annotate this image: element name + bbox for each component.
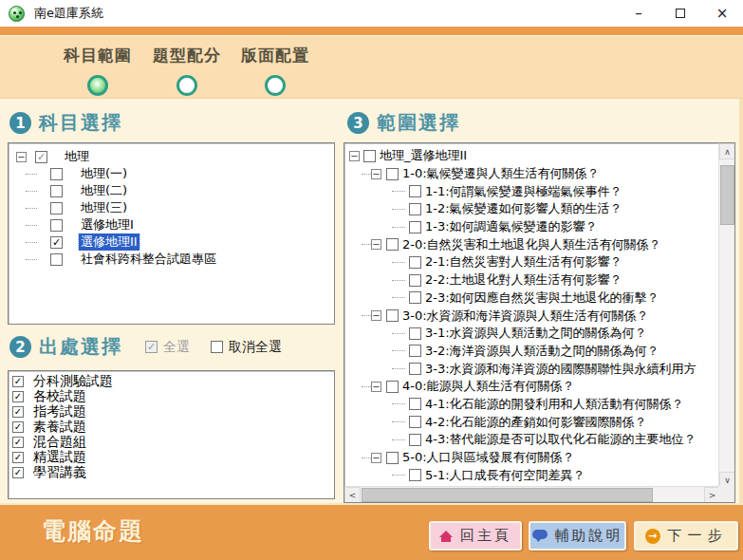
tree-item[interactable]: 地理(二) — [9, 182, 334, 199]
checkbox[interactable] — [409, 185, 421, 197]
checkbox[interactable] — [409, 345, 421, 357]
tree-item[interactable]: −地理_選修地理II — [344, 147, 720, 165]
tree-item-label[interactable]: 地理 — [63, 148, 91, 165]
tree-item[interactable]: −4-0:能源與人類生活有何關係？ — [344, 378, 720, 396]
tree-item[interactable]: 3-1:水資源與人類活動之間的關係為何？ — [344, 325, 720, 343]
tree-item-label[interactable]: 2-0:自然災害和土地退化與人類生活有何關係？ — [400, 236, 663, 253]
tree-item-label[interactable]: 地理(二) — [79, 182, 129, 199]
expand-minus-icon[interactable]: − — [371, 239, 381, 250]
checkbox[interactable] — [409, 291, 421, 304]
expand-minus-icon[interactable]: − — [349, 151, 360, 161]
checkbox[interactable] — [50, 253, 63, 266]
tree-item-label[interactable]: 3-3:水資源和海洋資源的國際關聯性與永續利用方 — [423, 361, 698, 378]
checkbox[interactable] — [409, 469, 421, 481]
close-button[interactable]: × — [701, 0, 743, 27]
scroll-up-button[interactable]: ∧ — [719, 143, 735, 159]
tree-item-label[interactable]: 5-1:人口成長有何空間差異？ — [423, 467, 587, 484]
tree-item-label[interactable]: 4-2:化石能源的產銷如何影響國際關係？ — [423, 414, 649, 431]
source-list-item[interactable]: ✓精選試題 — [9, 450, 334, 465]
tree-item[interactable]: 1-1:何謂氣候變遷與極端氣候事件？ — [344, 182, 720, 200]
tree-item[interactable]: −1-0:氣候變遷與人類生活有何關係？ — [344, 165, 720, 183]
checkbox[interactable] — [409, 327, 421, 340]
tree-item-label[interactable]: 5-0:人口與區域發展有何關係？ — [400, 449, 577, 466]
checkbox[interactable] — [409, 416, 421, 428]
tree-item-label[interactable]: 4-3:替代能源是否可以取代化石能源的主要地位？ — [423, 431, 698, 448]
tree-item[interactable]: −2-0:自然災害和土地退化與人類生活有何關係？ — [344, 235, 720, 253]
tree-item[interactable]: −3-0:水資源和海洋資源與人類生活有何關係？ — [344, 307, 720, 325]
tree-item[interactable]: 選修地理I — [9, 216, 334, 233]
checkbox[interactable] — [409, 274, 421, 287]
source-list-item[interactable]: ✓混合題組 — [9, 435, 334, 450]
checkbox[interactable] — [386, 168, 399, 180]
checkbox[interactable] — [409, 203, 421, 215]
expand-minus-icon[interactable]: − — [371, 310, 381, 321]
tree-item[interactable]: 3-2:海洋資源與人類活動之間的關係為何？ — [344, 343, 720, 361]
tree-item-label[interactable]: 1-2:氣候變遷如何影響人類的生活？ — [423, 200, 624, 217]
tree-item[interactable]: 2-2:土地退化對人類生活有何影響？ — [344, 271, 720, 289]
vertical-scrollbar[interactable]: ∧ ∨ — [718, 143, 734, 488]
tree-item[interactable]: −✓地理 — [9, 148, 334, 165]
checkbox[interactable] — [50, 185, 63, 197]
checkbox[interactable] — [409, 221, 421, 233]
checkbox[interactable] — [386, 309, 399, 322]
checkbox[interactable]: ✓ — [50, 236, 63, 249]
maximize-button[interactable] — [659, 0, 701, 27]
tree-item-label[interactable]: 1-1:何謂氣候變遷與極端氣候事件？ — [423, 183, 624, 200]
checkbox[interactable]: ✓ — [12, 437, 24, 448]
checkbox[interactable] — [386, 238, 399, 251]
tree-item[interactable]: 5-1:人口成長有何空間差異？ — [344, 466, 720, 484]
tree-item[interactable]: 2-1:自然災害對人類生活有何影響？ — [344, 253, 720, 271]
checkbox[interactable] — [386, 381, 399, 393]
tree-item[interactable]: 4-2:化石能源的產銷如何影響國際關係？ — [344, 413, 720, 431]
checkbox[interactable]: ✓ — [12, 391, 24, 402]
tree-item-label[interactable]: 地理(三) — [79, 199, 129, 216]
checkbox[interactable]: ✓ — [12, 376, 24, 387]
checkbox[interactable] — [409, 434, 421, 446]
tree-item[interactable]: 地理(一) — [9, 165, 334, 182]
horizontal-scroll-thumb[interactable] — [362, 488, 653, 502]
tree-item[interactable]: ✓選修地理II — [9, 233, 334, 251]
tree-item-label[interactable]: 3-1:水資源與人類活動之間的關係為何？ — [423, 325, 649, 342]
checkbox[interactable] — [386, 452, 399, 464]
horizontal-scrollbar[interactable]: < > — [344, 486, 720, 502]
step-question-allocation[interactable]: 題型配分 — [145, 45, 229, 96]
source-list-item[interactable]: ✓指考試題 — [9, 404, 334, 420]
vertical-scroll-thumb[interactable] — [720, 165, 734, 225]
deselect-all-checkbox-group[interactable]: 取消全選 — [211, 339, 282, 356]
checkbox[interactable] — [50, 202, 63, 215]
source-list-item[interactable]: ✓各校試題 — [9, 389, 334, 404]
checkbox[interactable] — [363, 150, 376, 162]
tree-item-label[interactable]: 地理_選修地理II — [378, 147, 469, 164]
tree-item-label[interactable]: 4-1:化石能源的開發利用和人類活動有何關係？ — [423, 396, 686, 413]
tree-item[interactable]: 4-1:化石能源的開發利用和人類活動有何關係？ — [344, 396, 720, 414]
next-step-button[interactable]: → 下一步 — [634, 521, 738, 551]
tree-item-label[interactable]: 選修地理I — [79, 216, 136, 233]
expand-minus-icon[interactable]: − — [371, 453, 381, 463]
expand-minus-icon[interactable]: − — [371, 169, 381, 179]
checkbox[interactable]: ✓ — [12, 452, 24, 463]
checkbox[interactable] — [409, 363, 421, 375]
tree-item-label[interactable]: 3-0:水資源和海洋資源與人類生活有何關係？ — [400, 308, 651, 325]
checkbox[interactable] — [50, 168, 63, 180]
tree-item-label[interactable]: 1-0:氣候變遷與人類生活有何關係？ — [400, 165, 602, 182]
tree-item[interactable]: 1-3:如何調適氣候變遷的影響？ — [344, 218, 720, 236]
expand-minus-icon[interactable]: − — [371, 382, 381, 392]
tree-item[interactable]: 3-3:水資源和海洋資源的國際關聯性與永續利用方 — [344, 360, 720, 378]
deselect-all-checkbox[interactable] — [211, 341, 223, 353]
tree-item[interactable]: 地理(三) — [9, 199, 334, 216]
tree-item-label[interactable]: 2-2:土地退化對人類生活有何影響？ — [423, 271, 624, 289]
tree-item[interactable]: 1-2:氣候變遷如何影響人類的生活？ — [344, 200, 720, 218]
step-subject-range[interactable]: 科目範圍 — [56, 45, 139, 96]
checkbox[interactable] — [50, 219, 63, 232]
scroll-left-button[interactable]: < — [344, 487, 361, 503]
tree-item-label[interactable]: 2-3:如何因應自然災害與土地退化的衝擊？ — [423, 289, 661, 307]
expand-minus-icon[interactable]: − — [16, 152, 27, 162]
checkbox[interactable]: ✓ — [12, 467, 24, 478]
tree-item-label[interactable]: 4-0:能源與人類生活有何關係？ — [400, 378, 577, 395]
help-button[interactable]: 輔助說明 — [529, 521, 626, 551]
tree-item-label[interactable]: 2-1:自然災害對人類生活有何影響？ — [423, 253, 624, 271]
tree-item[interactable]: 2-3:如何因應自然災害與土地退化的衝擊？ — [344, 289, 720, 308]
checkbox[interactable]: ✓ — [12, 406, 24, 418]
source-list-item[interactable]: ✓素養試題 — [9, 420, 334, 435]
checkbox[interactable]: ✓ — [12, 421, 24, 433]
